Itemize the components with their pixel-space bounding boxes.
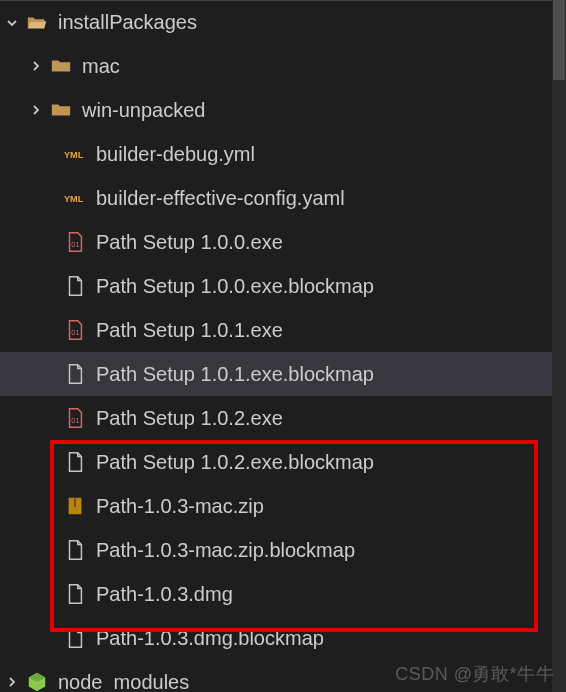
svg-text:01: 01 (71, 240, 79, 249)
file-path-103-dmg-blockmap[interactable]: Path-1.0.3.dmg.blockmap (0, 616, 566, 660)
svg-text:YML: YML (64, 194, 84, 204)
file-label: Path Setup 1.0.1.exe (96, 319, 283, 342)
chevron-down-icon (0, 15, 24, 31)
file-icon (62, 451, 88, 473)
folder-open-icon (24, 12, 50, 34)
file-path-103-mac-zip[interactable]: Path-1.0.3-mac.zip (0, 484, 566, 528)
file-label: Path Setup 1.0.1.exe.blockmap (96, 363, 374, 386)
yaml-icon: YML (62, 187, 88, 209)
file-path-setup-101-exe[interactable]: 01 Path Setup 1.0.1.exe (0, 308, 566, 352)
file-icon (62, 539, 88, 561)
svg-text:01: 01 (71, 328, 79, 337)
file-path-setup-100-exe[interactable]: 01 Path Setup 1.0.0.exe (0, 220, 566, 264)
file-label: builder-effective-config.yaml (96, 187, 345, 210)
file-label: Path Setup 1.0.2.exe (96, 407, 283, 430)
file-path-setup-100-blockmap[interactable]: Path Setup 1.0.0.exe.blockmap (0, 264, 566, 308)
file-label: Path Setup 1.0.0.exe (96, 231, 283, 254)
file-icon (62, 363, 88, 385)
watermark: CSDN @勇敢*牛牛 (395, 662, 554, 686)
folder-icon (48, 55, 74, 77)
chevron-right-icon (0, 674, 24, 690)
folder-installpackages[interactable]: installPackages (0, 0, 566, 44)
file-label: Path-1.0.3-mac.zip (96, 495, 264, 518)
file-label: Path Setup 1.0.0.exe.blockmap (96, 275, 374, 298)
svg-text:01: 01 (71, 416, 79, 425)
folder-win-unpacked[interactable]: win-unpacked (0, 88, 566, 132)
file-path-setup-102-blockmap[interactable]: Path Setup 1.0.2.exe.blockmap (0, 440, 566, 484)
svg-text:YML: YML (64, 150, 84, 160)
file-label: Path-1.0.3.dmg.blockmap (96, 627, 324, 650)
folder-label: node_modules (58, 671, 189, 693)
file-builder-effective-config-yaml[interactable]: YML builder-effective-config.yaml (0, 176, 566, 220)
file-label: builder-debug.yml (96, 143, 255, 166)
file-tree: installPackages mac win-unpacked YML bui… (0, 0, 566, 692)
chevron-right-icon (24, 58, 48, 74)
folder-mac[interactable]: mac (0, 44, 566, 88)
zip-icon (62, 495, 88, 517)
file-path-setup-101-blockmap[interactable]: Path Setup 1.0.1.exe.blockmap (0, 352, 566, 396)
file-label: Path-1.0.3-mac.zip.blockmap (96, 539, 355, 562)
binary-icon: 01 (62, 231, 88, 253)
file-path-setup-102-exe[interactable]: 01 Path Setup 1.0.2.exe (0, 396, 566, 440)
file-icon (62, 275, 88, 297)
scrollbar-thumb[interactable] (553, 0, 565, 80)
scrollbar[interactable] (552, 0, 566, 692)
binary-icon: 01 (62, 407, 88, 429)
file-icon (62, 583, 88, 605)
folder-icon (48, 99, 74, 121)
binary-icon: 01 (62, 319, 88, 341)
file-path-103-mac-zip-blockmap[interactable]: Path-1.0.3-mac.zip.blockmap (0, 528, 566, 572)
folder-label: win-unpacked (82, 99, 205, 122)
file-label: Path Setup 1.0.2.exe.blockmap (96, 451, 374, 474)
folder-label: installPackages (58, 11, 197, 34)
folder-label: mac (82, 55, 120, 78)
file-icon (62, 627, 88, 649)
yaml-icon: YML (62, 143, 88, 165)
file-builder-debug-yml[interactable]: YML builder-debug.yml (0, 132, 566, 176)
nodejs-icon (24, 671, 50, 692)
chevron-right-icon (24, 102, 48, 118)
file-label: Path-1.0.3.dmg (96, 583, 233, 606)
file-path-103-dmg[interactable]: Path-1.0.3.dmg (0, 572, 566, 616)
svg-rect-6 (74, 498, 76, 507)
